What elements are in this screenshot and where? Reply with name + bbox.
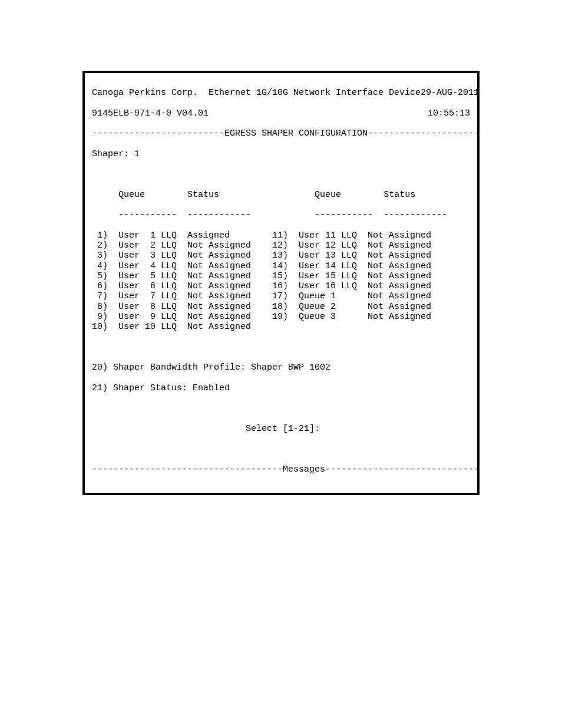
col-status-right: Status	[384, 190, 415, 200]
section-title: EGRESS SHAPER CONFIGURATION	[224, 129, 368, 139]
messages-label: Messages	[283, 465, 325, 475]
col-divider: ----------- ------------ ----------- ---…	[92, 210, 470, 220]
queue-row[interactable]: 7) User 7 LLQ Not Assigned 17) Queue 1 N…	[92, 291, 470, 301]
time: 10:55:13	[428, 108, 470, 118]
queue-row[interactable]: 2) User 2 LLQ Not Assigned 12) User 12 L…	[92, 241, 470, 251]
select-prompt[interactable]: Select [1-21]:	[92, 424, 470, 434]
date: 29-AUG-2011	[421, 88, 479, 98]
queue-row[interactable]: 4) User 4 LLQ Not Assigned 14) User 14 L…	[92, 261, 470, 271]
col-status-left: Status	[187, 190, 219, 200]
queue-row[interactable]: 1) User 1 LLQ Assigned 11) User 11 LLQ N…	[92, 230, 470, 241]
terminal-screen: Canoga Perkins Corp. Ethernet 1G/10G Net…	[82, 71, 480, 495]
queue-row[interactable]: 5) User 5 LLQ Not Assigned 15) User 15 L…	[92, 271, 470, 281]
device-title: Ethernet 1G/10G Network Interface Device	[209, 88, 421, 98]
queue-row[interactable]: 9) User 9 LLQ Not Assigned 19) Queue 3 N…	[92, 312, 470, 322]
queue-row[interactable]: 3) User 3 LLQ Not Assigned 13) User 13 L…	[92, 251, 470, 261]
queue-row[interactable]: 8) User 8 LLQ Not Assigned 18) Queue 2 N…	[92, 302, 470, 312]
shaper-label: Shaper: 1	[92, 149, 470, 159]
menu-option-21[interactable]: 21) Shaper Status: Enabled	[92, 383, 470, 393]
company-name: Canoga Perkins Corp.	[92, 88, 198, 98]
queue-row[interactable]: 6) User 6 LLQ Not Assigned 16) User 16 L…	[92, 281, 470, 291]
messages-divider: ------------------------------------Mess…	[92, 465, 470, 475]
menu-option-20[interactable]: 20) Shaper Bandwidth Profile: Shaper BWP…	[92, 363, 470, 373]
queue-row[interactable]: 10) User 10 LLQ Not Assigned	[92, 322, 470, 332]
col-queue-left: Queue	[118, 190, 145, 200]
col-queue-right: Queue	[315, 190, 341, 200]
section-divider: -------------------------EGRESS SHAPER C…	[92, 129, 470, 139]
model: 9145ELB-971-4-0 V04.01	[92, 108, 209, 118]
